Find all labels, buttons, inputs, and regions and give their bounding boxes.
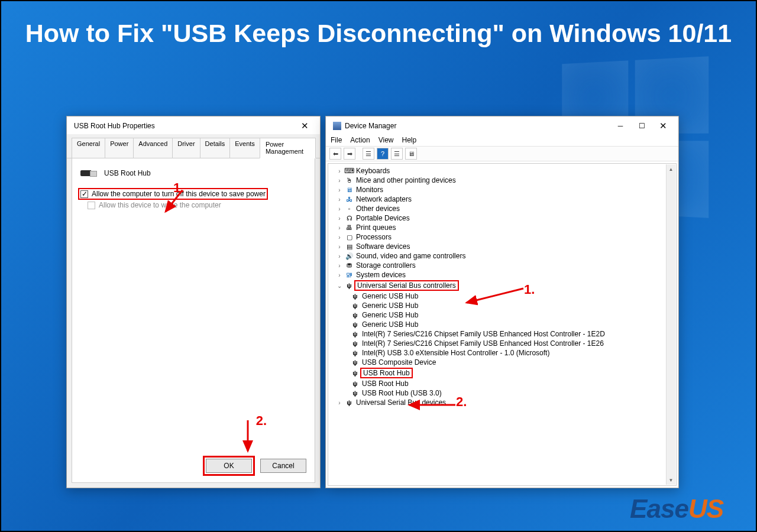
tree-node-usb-child[interactable]: Generic USB Hub [331,310,676,320]
brand-logo: EaseUS [630,494,723,524]
window-title: USB Root Hub Properties [74,122,155,130]
tab-events[interactable]: Events [229,138,260,158]
tree-node-system[interactable]: ›System devices [331,270,676,280]
tree-node-mice[interactable]: ›Mice and other pointing devices [331,176,676,185]
annotation-1: 1. [524,282,535,297]
scan-hardware-button[interactable]: 🖥 [405,148,417,160]
tab-driver[interactable]: Driver [172,138,200,158]
menu-bar: File Action View Help [326,134,678,146]
scrollbar[interactable]: ▲ ▼ [666,164,675,485]
device-tree[interactable]: ›Keyboards ›Mice and other pointing devi… [328,163,677,486]
tree-node-usb-child[interactable]: Generic USB Hub [331,291,676,301]
minimize-button[interactable]: ─ [610,120,631,132]
close-button[interactable]: ✕ [294,120,315,132]
allow-wake-checkbox-row: Allow this device to wake the computer [78,200,309,210]
tree-node-usb-child[interactable]: Intel(R) 7 Series/C216 Chipset Family US… [331,339,676,348]
device-manager-window: Device Manager ─ ☐ ✕ File Action View He… [325,116,679,488]
tab-details[interactable]: Details [200,138,231,158]
tree-node-usb-child[interactable]: Generic USB Hub [331,301,676,310]
help-icon[interactable]: ? [377,148,389,160]
tab-general[interactable]: General [72,138,105,158]
checkbox-checked-icon: ✓ [80,190,88,198]
tab-power-management[interactable]: Power Management [260,138,316,158]
annotation-2: 2. [456,394,467,410]
toolbar: ⬅ ➡ ☰ ? ☰ 🖥 [326,146,678,161]
window-title: Device Manager [345,122,396,130]
tree-node-processors[interactable]: ›Processors [331,232,676,242]
tree-node-portable[interactable]: ›Portable Devices [331,213,676,223]
ok-button[interactable]: OK [206,459,252,473]
tree-node-print[interactable]: ›Print queues [331,223,676,232]
menu-help[interactable]: Help [402,136,417,144]
tree-node-storage[interactable]: ›Storage controllers [331,261,676,270]
tree-node-usb-child[interactable]: Intel(R) USB 3.0 eXtensible Host Control… [331,348,676,358]
back-button[interactable]: ⬅ [329,148,341,160]
app-icon [333,122,341,130]
menu-file[interactable]: File [331,136,342,144]
tab-content: USB Root Hub ✓ Allow the computer to tur… [72,158,315,483]
tree-node-sound[interactable]: ›Sound, video and game controllers [331,251,676,261]
checkbox-unchecked-icon [88,202,95,209]
toolbar-btn[interactable]: ☰ [363,148,374,160]
tree-node-usb-child[interactable]: USB Composite Device [331,358,676,367]
annotation-2: 2. [256,413,267,429]
tree-node-other[interactable]: ›Other devices [331,204,676,213]
tree-node-software[interactable]: ›Software devices [331,242,676,251]
menu-view[interactable]: View [378,136,394,144]
tab-advanced[interactable]: Advanced [133,138,173,158]
tab-strip: General Power Advanced Driver Details Ev… [67,134,320,158]
usb-root-hub-properties-window: USB Root Hub Properties ✕ General Power … [66,116,321,488]
scroll-up-button[interactable]: ▲ [667,164,675,174]
tree-node-keyboards[interactable]: ›Keyboards [331,166,676,176]
annotation-1: 1. [173,180,184,196]
device-name: USB Root Hub [104,169,151,177]
cancel-button[interactable]: Cancel [260,459,306,473]
tree-node-usb-child[interactable]: USB Root Hub (USB 3.0) [331,388,676,398]
tree-node-usb-controllers[interactable]: ⌄Universal Serial Bus controllers [331,280,676,291]
tree-node-usb-child[interactable]: Generic USB Hub [331,320,676,329]
headline: How to Fix "USB Keeps Disconnecting" on … [1,1,756,50]
tree-node-monitors[interactable]: ›Monitors [331,185,676,194]
usb-plug-icon [80,167,98,180]
maximize-button[interactable]: ☐ [631,120,652,132]
toolbar-btn[interactable]: ☰ [391,148,403,160]
tree-node-usb-child[interactable]: USB Root Hub [331,379,676,388]
menu-action[interactable]: Action [350,136,370,144]
close-button[interactable]: ✕ [652,120,674,132]
tree-node-usb-devices[interactable]: ›Universal Serial Bus devices [331,398,676,407]
tree-node-usb-root-hub[interactable]: USB Root Hub [331,367,676,379]
tree-node-network[interactable]: ›Network adapters [331,194,676,204]
allow-wake-label: Allow this device to wake the computer [99,201,221,209]
forward-button[interactable]: ➡ [344,148,355,160]
scroll-down-button[interactable]: ▼ [667,475,675,485]
tab-power[interactable]: Power [105,138,134,158]
tree-node-usb-child[interactable]: Intel(R) 7 Series/C216 Chipset Family US… [331,329,676,339]
